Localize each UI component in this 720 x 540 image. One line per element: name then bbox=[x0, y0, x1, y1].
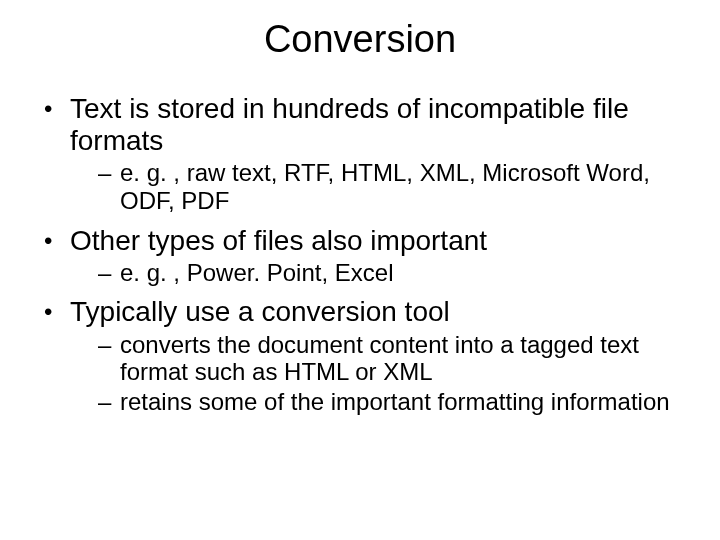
sub-bullet-item: e. g. , Power. Point, Excel bbox=[98, 259, 690, 287]
sub-bullet-list: e. g. , Power. Point, Excel bbox=[70, 259, 690, 287]
sub-bullet-item: converts the document content into a tag… bbox=[98, 331, 690, 386]
sub-bullet-item: e. g. , raw text, RTF, HTML, XML, Micros… bbox=[98, 159, 690, 214]
bullet-text: Typically use a conversion tool bbox=[70, 296, 450, 327]
sub-bullet-list: converts the document content into a tag… bbox=[70, 331, 690, 416]
sub-bullet-text: e. g. , Power. Point, Excel bbox=[120, 259, 393, 286]
bullet-list: Text is stored in hundreds of incompatib… bbox=[30, 93, 690, 415]
sub-bullet-item: retains some of the important formatting… bbox=[98, 388, 690, 416]
sub-bullet-list: e. g. , raw text, RTF, HTML, XML, Micros… bbox=[70, 159, 690, 214]
bullet-item: Other types of files also important e. g… bbox=[40, 225, 690, 287]
sub-bullet-text: retains some of the important formatting… bbox=[120, 388, 670, 415]
slide: Conversion Text is stored in hundreds of… bbox=[0, 0, 720, 540]
sub-bullet-text: converts the document content into a tag… bbox=[120, 331, 639, 386]
sub-bullet-text: e. g. , raw text, RTF, HTML, XML, Micros… bbox=[120, 159, 650, 214]
bullet-item: Typically use a conversion tool converts… bbox=[40, 296, 690, 415]
bullet-item: Text is stored in hundreds of incompatib… bbox=[40, 93, 690, 215]
bullet-text: Other types of files also important bbox=[70, 225, 487, 256]
slide-title: Conversion bbox=[30, 18, 690, 61]
bullet-text: Text is stored in hundreds of incompatib… bbox=[70, 93, 629, 156]
